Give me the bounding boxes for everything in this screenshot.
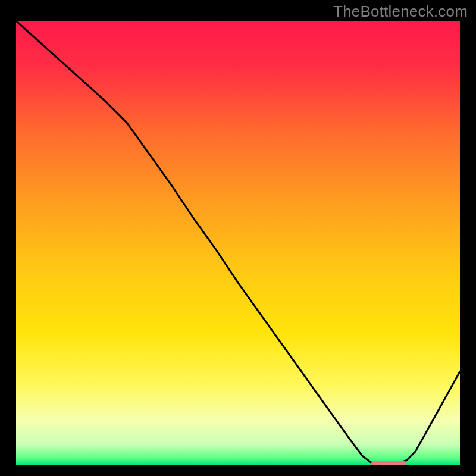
bottleneck-chart xyxy=(0,0,476,476)
watermark-text: TheBottleneck.com xyxy=(333,2,468,21)
gradient-background xyxy=(16,21,460,465)
optimal-range-marker xyxy=(371,461,407,468)
chart-frame: TheBottleneck.com xyxy=(0,0,476,476)
